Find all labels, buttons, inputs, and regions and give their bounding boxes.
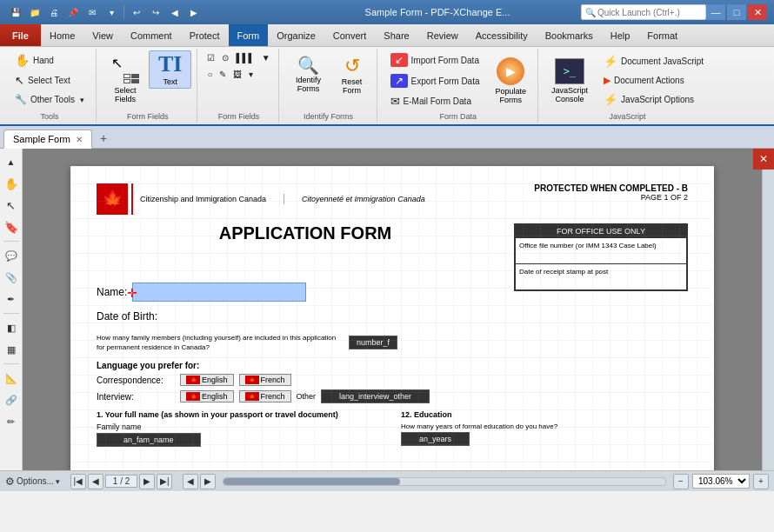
- title-bar-left: 💾 📁 🖨 📌 ✉ ▾ ↩ ↪ ◀ ▶: [7, 4, 294, 20]
- search-input[interactable]: [597, 8, 702, 17]
- title-office-row: APPLICATION FORM FOR OFFICE USE ONLY Off…: [97, 223, 688, 291]
- save-btn[interactable]: 💾: [7, 4, 24, 20]
- more-btn[interactable]: ▾: [246, 67, 256, 82]
- email-form-data-btn[interactable]: ✉ E-Mail Form Data: [384, 92, 486, 110]
- name-input[interactable]: [132, 283, 306, 302]
- minimize-btn[interactable]: —: [706, 4, 725, 20]
- tab-add-btn[interactable]: +: [94, 129, 113, 148]
- menu-organize[interactable]: Organize: [268, 24, 324, 46]
- hand-tool-sidebar-btn[interactable]: ✋: [2, 174, 21, 193]
- bookmark-btn[interactable]: 🔖: [2, 217, 21, 236]
- javascript-options-btn[interactable]: ⚡ JavaScript Options: [597, 90, 710, 109]
- pen-btn[interactable]: ✎: [217, 67, 229, 82]
- options-btn[interactable]: ⚙ Options... ▾: [5, 475, 60, 488]
- redo-btn[interactable]: ↪: [147, 4, 164, 20]
- scroll-right-btn[interactable]: ▶: [200, 474, 216, 489]
- menu-form[interactable]: Form: [229, 24, 269, 46]
- menu-help[interactable]: Help: [602, 24, 639, 46]
- english-interview-btn[interactable]: 🍁 English: [180, 390, 234, 402]
- family-name-field[interactable]: an_fam_name: [97, 433, 201, 447]
- layers-btn[interactable]: ◧: [2, 318, 21, 337]
- identify-forms-btn[interactable]: 🔍 IdentifyForms: [286, 50, 331, 97]
- scroll-up-btn[interactable]: ▲: [2, 152, 21, 171]
- maximize-btn[interactable]: □: [727, 4, 746, 20]
- dropdown-btn[interactable]: ▾: [103, 4, 120, 20]
- populate-forms-btn[interactable]: ▶ PopulateForms: [490, 50, 533, 110]
- populate-icon: ▶: [497, 57, 524, 85]
- menu-comment[interactable]: Comment: [122, 24, 181, 46]
- play-icon: ▶: [506, 64, 516, 78]
- export-form-data-btn[interactable]: ↗ Export Form Data: [384, 71, 486, 90]
- reset-form-btn[interactable]: ↺ ResetForm: [333, 50, 371, 99]
- menu-protect[interactable]: Protect: [181, 24, 229, 46]
- number-field[interactable]: number_f: [349, 336, 397, 349]
- zoom-in-btn[interactable]: +: [753, 474, 769, 489]
- select-tool-btn[interactable]: ↖: [2, 196, 21, 215]
- hand-tool-btn[interactable]: ✋ Hand: [9, 50, 60, 70]
- menu-home[interactable]: Home: [41, 24, 83, 46]
- open-btn[interactable]: 📁: [26, 4, 43, 20]
- measure-btn[interactable]: 📐: [2, 369, 21, 388]
- menu-share[interactable]: Share: [375, 24, 417, 46]
- content-close-btn[interactable]: ✕: [753, 149, 774, 170]
- zoom-out-btn[interactable]: −: [673, 474, 689, 489]
- lang-other-field[interactable]: lang_interview_other: [321, 389, 430, 403]
- interview-label: Interview:: [97, 392, 175, 402]
- last-page-btn[interactable]: ▶|: [157, 474, 172, 489]
- undo-btn[interactable]: ↩: [128, 4, 145, 20]
- org-fr-text: Citoyenneté et Immigration Canada: [302, 194, 425, 205]
- pin-btn[interactable]: 📌: [64, 4, 82, 20]
- link-btn[interactable]: 🔗: [2, 390, 21, 409]
- menu-file[interactable]: File: [0, 24, 41, 46]
- french-interview-btn[interactable]: 🍁 French: [239, 390, 291, 402]
- next-page-btn[interactable]: ▶: [139, 474, 155, 489]
- signature-btn[interactable]: ✒: [2, 289, 21, 309]
- select-text-btn[interactable]: ↖ Select Text: [9, 71, 77, 90]
- select-fields-btn[interactable]: ↖ SelectFields: [103, 50, 147, 106]
- english-btn[interactable]: 🍁 English: [180, 374, 234, 386]
- checkbox-btn[interactable]: ☑: [204, 50, 217, 65]
- menu-convert[interactable]: Convert: [324, 24, 376, 46]
- education-title: 12. Education: [401, 410, 688, 419]
- print-btn[interactable]: 🖨: [45, 4, 63, 20]
- thumbnails-btn[interactable]: ▦: [2, 340, 21, 359]
- close-btn[interactable]: ✕: [748, 4, 767, 20]
- page-number: 1 / 2: [105, 475, 137, 488]
- comment-btn[interactable]: 💬: [2, 246, 21, 265]
- dropdown-field-btn[interactable]: ▼: [259, 50, 273, 65]
- send-btn[interactable]: ✉: [83, 4, 101, 20]
- prev-page-btn[interactable]: ◀: [88, 474, 103, 489]
- image-btn[interactable]: 🖼: [230, 67, 244, 82]
- menu-accessibility[interactable]: Accessibility: [467, 24, 537, 46]
- tab-sample-form[interactable]: Sample Form ✕: [3, 130, 92, 149]
- menu-review[interactable]: Review: [418, 24, 467, 46]
- javascript-console-btn[interactable]: >_ JavaScriptConsole: [545, 50, 594, 110]
- barcode-btn[interactable]: ▌▌▌: [233, 50, 257, 65]
- back-btn[interactable]: ◀: [166, 4, 183, 20]
- tab-close-btn[interactable]: ✕: [76, 135, 83, 144]
- menu-bookmarks[interactable]: Bookmarks: [537, 24, 602, 46]
- import-form-data-btn[interactable]: ↙ Import Form Data: [384, 50, 486, 70]
- fields-grid: [123, 74, 139, 84]
- scroll-progress[interactable]: [223, 477, 666, 486]
- scroll-left-btn[interactable]: ◀: [183, 474, 198, 489]
- menu-view[interactable]: View: [83, 24, 122, 46]
- forward-btn[interactable]: ▶: [185, 4, 203, 20]
- barcode-icon: ▌▌▌: [236, 53, 254, 63]
- first-page-btn[interactable]: |◀: [70, 474, 86, 489]
- name-field-container: ✛: [132, 283, 306, 302]
- attachment-btn[interactable]: 📎: [2, 268, 21, 287]
- radio2-btn[interactable]: ○: [204, 67, 215, 82]
- text-btn[interactable]: TI Text: [149, 50, 191, 89]
- zoom-select[interactable]: 103.06%: [692, 474, 750, 489]
- scroll-bar[interactable]: [762, 149, 774, 470]
- radio-btn[interactable]: ⊙: [219, 50, 231, 65]
- document-actions-btn[interactable]: ▶ Document Actions: [597, 72, 710, 89]
- field-cell-2: [131, 74, 139, 78]
- menu-format[interactable]: Format: [638, 24, 686, 46]
- french-btn[interactable]: 🍁 French: [239, 374, 291, 386]
- other-tools-btn[interactable]: 🔧 Other Tools ▾: [9, 91, 90, 108]
- pen-sidebar-btn[interactable]: ✏: [2, 412, 21, 431]
- document-javascript-btn[interactable]: ⚡ Document JavaScript: [597, 52, 710, 70]
- years-field[interactable]: an_years: [401, 432, 470, 446]
